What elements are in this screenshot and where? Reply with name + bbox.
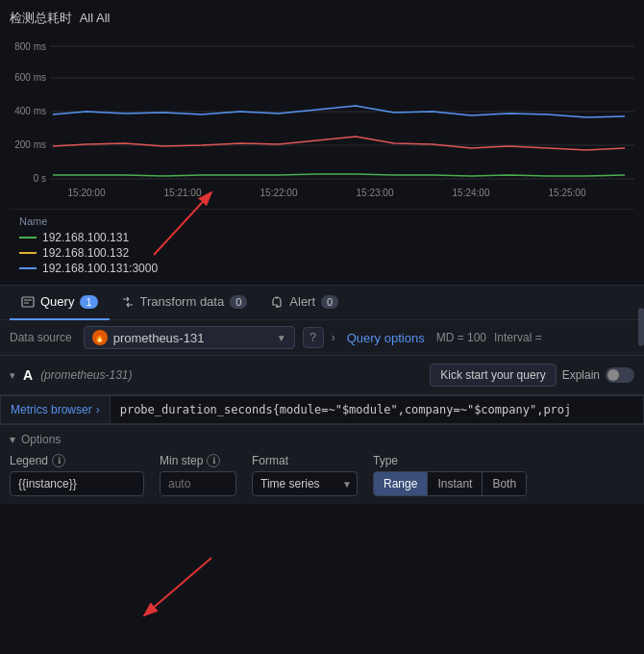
legend-label-2: 192.168.100.132 — [42, 246, 129, 260]
query-input[interactable] — [111, 396, 643, 423]
collapse-button[interactable]: ▾ — [10, 369, 15, 382]
legend-input[interactable] — [10, 471, 144, 496]
tab-query-label: Query — [40, 294, 74, 309]
query-icon — [21, 295, 35, 309]
svg-text:15:20:00: 15:20:00 — [68, 188, 106, 198]
options-toggle-label: Options — [21, 433, 61, 446]
legend-line-2 — [19, 252, 37, 254]
metrics-browser-chevron: › — [96, 403, 100, 416]
tab-query-badge: 1 — [80, 295, 97, 309]
scrollbar[interactable] — [638, 308, 644, 346]
tab-alert[interactable]: Alert 0 — [259, 286, 350, 320]
tab-transform[interactable]: Transform data 0 — [110, 286, 260, 320]
datasource-info-button[interactable]: ? — [303, 327, 324, 348]
format-label-text: Format — [252, 454, 288, 467]
query-letter: A — [23, 367, 33, 383]
chart-title-cn: 检测总耗时 — [10, 11, 72, 25]
tab-transform-badge: 0 — [230, 295, 247, 309]
datasource-name: prometheus-131 — [113, 331, 205, 345]
format-select-wrapper: Time series Table Heatmap ▼ — [252, 471, 358, 496]
type-label-text: Type — [373, 454, 398, 467]
chart-title-en: All All — [80, 11, 111, 25]
explain-toggle[interactable] — [606, 367, 634, 383]
legend-label-1: 192.168.100.131 — [42, 231, 129, 244]
svg-text:15:22:00: 15:22:00 — [260, 188, 298, 198]
chart-section: 检测总耗时 All All 800 ms 600 ms 400 ms 200 m… — [0, 0, 644, 285]
chart-wrapper: 800 ms 600 ms 400 ms 200 ms 0 s 15:20:00… — [10, 33, 634, 209]
alert-icon — [270, 295, 284, 309]
svg-text:400 ms: 400 ms — [14, 106, 46, 116]
chart-svg: 800 ms 600 ms 400 ms 200 ms 0 s 15:20:00… — [10, 33, 634, 206]
explain-row: Explain — [562, 364, 634, 387]
svg-text:0 s: 0 s — [34, 173, 46, 184]
svg-line-23 — [144, 558, 211, 616]
kick-start-button[interactable]: Kick start your query — [430, 364, 556, 387]
format-select[interactable]: Time series Table Heatmap — [252, 471, 358, 496]
svg-text:15:25:00: 15:25:00 — [549, 188, 586, 198]
tab-query[interactable]: Query 1 — [10, 286, 110, 320]
legend-item-3[interactable]: 192.168.100.131:3000 — [19, 262, 625, 275]
min-step-field: Min step ℹ — [160, 454, 236, 496]
type-buttons: Range Instant Both — [373, 471, 527, 496]
legend-item-1[interactable]: 192.168.100.131 — [19, 231, 625, 244]
format-label-row: Format — [252, 454, 358, 467]
query-datasource-hint: (prometheus-131) — [40, 368, 132, 382]
svg-text:15:23:00: 15:23:00 — [357, 188, 394, 198]
query-block-header: ▾ A (prometheus-131) Kick start your que… — [0, 356, 644, 395]
type-both-button[interactable]: Both — [483, 472, 526, 495]
page-wrapper: 检测总耗时 All All 800 ms 600 ms 400 ms 200 m… — [0, 0, 644, 654]
legend-info-icon[interactable]: ℹ — [52, 454, 65, 467]
type-label-row: Type — [373, 454, 527, 467]
query-tabs: Query 1 Transform data 0 Alert 0 — [0, 286, 644, 320]
svg-text:15:21:00: 15:21:00 — [164, 188, 202, 198]
type-range-button[interactable]: Range — [374, 472, 428, 495]
tab-alert-label: Alert — [289, 294, 315, 309]
options-toggle-arrow: ▾ — [10, 433, 15, 446]
expand-chevron: › — [332, 331, 335, 344]
legend-line-1 — [19, 237, 37, 239]
query-options-button[interactable]: Query options — [347, 331, 425, 345]
legend-label-text: Legend — [10, 454, 48, 467]
metrics-browser-row: Metrics browser › — [0, 395, 644, 424]
svg-text:200 ms: 200 ms — [14, 139, 46, 150]
svg-text:15:24:00: 15:24:00 — [453, 188, 490, 198]
min-step-input[interactable] — [160, 471, 236, 496]
svg-text:600 ms: 600 ms — [14, 72, 46, 83]
type-instant-button[interactable]: Instant — [428, 472, 483, 495]
min-step-label-text: Min step — [160, 454, 203, 467]
transform-icon — [121, 295, 135, 309]
min-step-info-icon[interactable]: ℹ — [207, 454, 220, 467]
options-section: ▾ Options Legend ℹ Min step ℹ — [0, 424, 644, 504]
legend-header: Name — [19, 215, 625, 227]
explain-label: Explain — [562, 368, 600, 382]
options-grid: Legend ℹ Min step ℹ Format — [10, 454, 634, 496]
datasource-bar: Data source 🔥 prometheus-131 ▼ ? › Query… — [0, 320, 644, 356]
format-field: Format Time series Table Heatmap ▼ — [252, 454, 358, 496]
type-field: Type Range Instant Both — [373, 454, 527, 496]
legend-label-row: Legend ℹ — [10, 454, 144, 467]
svg-rect-16 — [22, 297, 34, 307]
svg-text:800 ms: 800 ms — [14, 41, 46, 52]
query-options-label: Query options — [347, 331, 425, 345]
interval-label: Interval = — [494, 331, 542, 344]
min-step-label-row: Min step ℹ — [160, 454, 236, 467]
tab-transform-label: Transform data — [140, 294, 225, 309]
legend-field: Legend ℹ — [10, 454, 144, 496]
tab-alert-badge: 0 — [321, 295, 338, 309]
prometheus-icon: 🔥 — [92, 330, 108, 345]
datasource-label: Data source — [10, 331, 72, 344]
datasource-select[interactable]: 🔥 prometheus-131 ▼ — [84, 326, 295, 349]
query-actions: Kick start your query Explain — [430, 364, 634, 387]
legend-item-2[interactable]: 192.168.100.132 — [19, 246, 625, 260]
md-info: MD = 100 — [436, 331, 486, 344]
svg-point-19 — [276, 306, 278, 308]
metrics-browser-button[interactable]: Metrics browser › — [1, 396, 111, 423]
query-block-a: ▾ A (prometheus-131) Kick start your que… — [0, 356, 644, 504]
legend-line-3 — [19, 267, 37, 269]
chart-title: 检测总耗时 All All — [10, 10, 634, 27]
options-toggle[interactable]: ▾ Options — [10, 433, 634, 446]
metrics-browser-label: Metrics browser — [11, 403, 92, 416]
datasource-chevron: ▼ — [277, 333, 286, 343]
legend-label-3: 192.168.100.131:3000 — [42, 262, 158, 275]
chart-legend: Name 192.168.100.131 192.168.100.132 192… — [10, 209, 634, 285]
